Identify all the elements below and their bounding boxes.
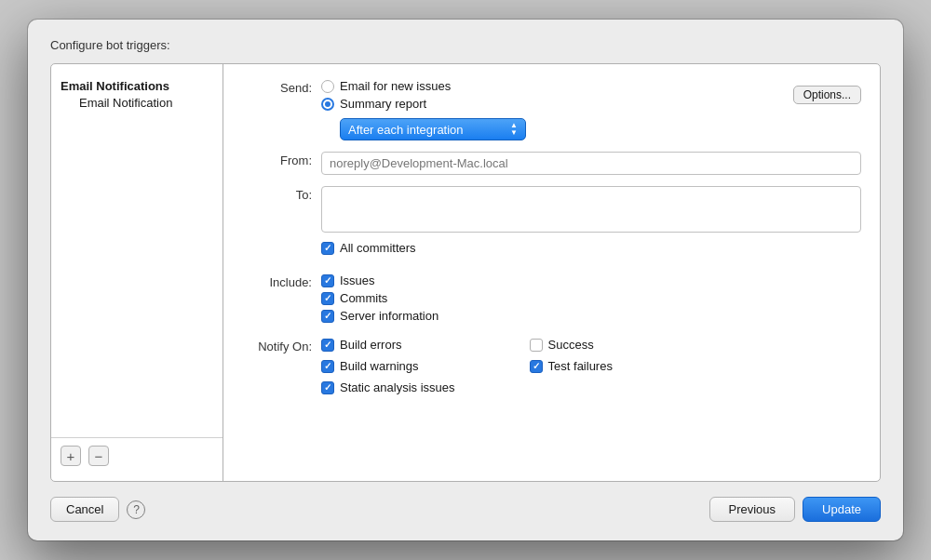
include-label: Include: <box>242 273 321 289</box>
from-label: From: <box>242 152 321 167</box>
success-label: Success <box>548 338 594 352</box>
static-analysis-issues-label: Static analysis issues <box>340 380 455 394</box>
summary-report-radio[interactable] <box>321 98 334 111</box>
from-row: From: <box>242 152 861 175</box>
from-controls <box>321 152 861 175</box>
success-row[interactable]: Success <box>530 338 613 352</box>
integration-select-container: After each integration ▲ ▼ <box>340 118 861 140</box>
cancel-button[interactable]: Cancel <box>50 497 119 522</box>
sidebar-item-email-notification[interactable]: Email Notification <box>61 95 213 111</box>
help-button[interactable]: ? <box>127 500 145 519</box>
build-errors-checkbox[interactable] <box>321 339 334 352</box>
sidebar-items: Email Notifications Email Notification <box>51 72 223 116</box>
email-new-issues-label: Email for new issues <box>340 79 451 93</box>
footer-right: Previous Update <box>709 497 882 522</box>
test-failures-row[interactable]: Test failures <box>530 359 613 373</box>
content-area: Send: Email for new issues Summary repor… <box>223 64 880 481</box>
notify-left-col: Build errors Build warnings Static analy… <box>321 338 455 398</box>
notify-label: Notify On: <box>242 338 321 353</box>
build-warnings-row[interactable]: Build warnings <box>321 359 455 373</box>
from-input[interactable] <box>321 152 861 175</box>
email-new-issues-option[interactable]: Email for new issues <box>321 79 451 93</box>
static-analysis-issues-row[interactable]: Static analysis issues <box>321 380 455 394</box>
commits-checkbox[interactable] <box>321 292 334 305</box>
issues-checkbox[interactable] <box>321 274 334 287</box>
server-information-checkbox[interactable] <box>321 310 334 323</box>
server-information-label: Server information <box>340 309 439 323</box>
include-row: Include: Issues Commits Server informati… <box>242 273 861 327</box>
include-controls: Issues Commits Server information <box>321 273 861 327</box>
server-information-row[interactable]: Server information <box>321 309 861 323</box>
select-arrows-icon: ▲ ▼ <box>510 122 518 137</box>
commits-label: Commits <box>340 291 387 305</box>
all-committers-checkbox[interactable] <box>321 242 334 255</box>
dialog-title: Configure bot triggers: <box>50 38 881 52</box>
footer-left: Cancel ? <box>50 497 145 522</box>
integration-frequency-select[interactable]: After each integration ▲ ▼ <box>340 118 526 140</box>
integration-frequency-value: After each integration <box>348 123 464 137</box>
configure-bot-triggers-dialog: Configure bot triggers: Email Notificati… <box>28 20 903 540</box>
notify-controls: Build errors Build warnings Static analy… <box>321 338 861 398</box>
sidebar: Email Notifications Email Notification +… <box>51 64 223 481</box>
notify-row: Notify On: Build errors Build warnings <box>242 338 861 398</box>
build-warnings-checkbox[interactable] <box>321 360 334 373</box>
notify-right-col: Success Test failures <box>530 338 613 398</box>
email-new-issues-radio[interactable] <box>321 80 334 93</box>
dialog-footer: Cancel ? Previous Update <box>50 497 881 522</box>
to-label: To: <box>242 186 321 202</box>
previous-button[interactable]: Previous <box>709 497 796 522</box>
to-textarea[interactable] <box>321 186 861 233</box>
issues-label: Issues <box>340 273 375 287</box>
sidebar-item-label: Email Notification <box>79 96 172 110</box>
summary-report-option[interactable]: Summary report <box>321 97 451 111</box>
commits-row[interactable]: Commits <box>321 291 861 305</box>
update-button[interactable]: Update <box>803 497 881 522</box>
to-controls: All committers <box>321 186 861 262</box>
all-committers-label: All committers <box>340 241 416 255</box>
all-committers-row[interactable]: All committers <box>321 241 861 255</box>
remove-trigger-button[interactable]: − <box>88 446 109 466</box>
to-row: To: All committers <box>242 186 861 262</box>
send-label: Send: <box>242 79 321 95</box>
sidebar-footer: + − <box>51 437 223 473</box>
build-errors-row[interactable]: Build errors <box>321 338 455 352</box>
static-analysis-issues-checkbox[interactable] <box>321 381 334 394</box>
summary-report-label: Summary report <box>340 97 426 111</box>
send-options: Email for new issues Summary report Opti… <box>321 79 861 140</box>
send-row: Send: Email for new issues Summary repor… <box>242 79 861 140</box>
main-area: Email Notifications Email Notification +… <box>50 63 881 482</box>
add-trigger-button[interactable]: + <box>61 446 81 466</box>
issues-row[interactable]: Issues <box>321 273 861 287</box>
test-failures-checkbox[interactable] <box>530 360 543 373</box>
build-errors-label: Build errors <box>340 338 401 352</box>
sidebar-group-email-notifications: Email Notifications Email Notification <box>51 75 223 113</box>
test-failures-label: Test failures <box>548 359 613 373</box>
success-checkbox[interactable] <box>530 339 543 352</box>
sidebar-group-label: Email Notifications <box>61 79 213 93</box>
build-warnings-label: Build warnings <box>340 359 419 373</box>
options-button[interactable]: Options... <box>793 86 861 104</box>
